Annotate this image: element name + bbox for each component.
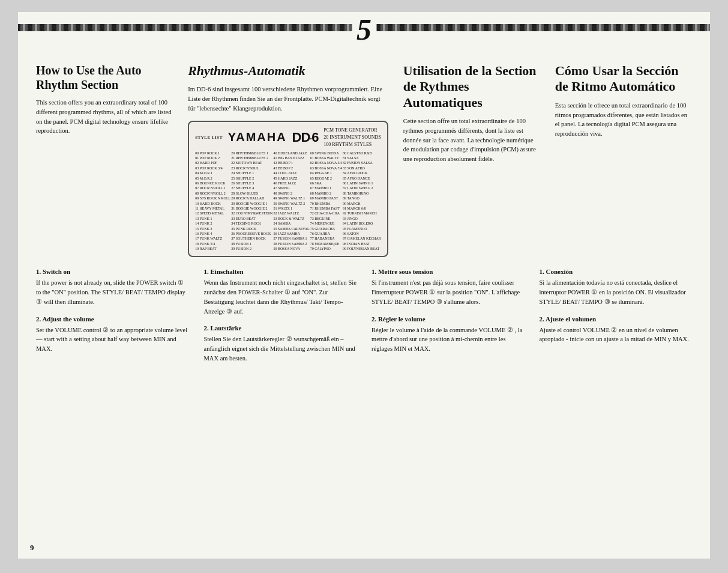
style-item: 81 SALSA <box>343 156 381 160</box>
style-item: 14 FUNK 2 <box>195 221 230 226</box>
step-de-1: 1. Einschalten Wenn das Instrument noch … <box>204 268 357 316</box>
style-item: 90 MARCH <box>343 201 381 206</box>
style-col-2: 20 RHYTHM&BLUES 121 RHYTHM&BLUES 222 MOT… <box>231 151 272 252</box>
yamaha-logo: YAMAHA <box>228 130 287 144</box>
style-item: 78 MOZAMBIQUE <box>310 241 342 246</box>
page-wrapper: 5 How to Use the Auto Rhythm Section Thi… <box>18 12 710 559</box>
header-en: How to Use the Auto Rhythm Section <box>36 63 173 92</box>
style-item: 72 CHA-CHA-CHA <box>310 211 342 216</box>
step-de-2-title: 2. Lautstärke <box>204 324 357 332</box>
style-item: 44 COOL JAZZ <box>273 171 309 175</box>
style-item: 50 SWING WALTZ 2 <box>273 201 309 206</box>
spec-2: 20 INSTRUMENT SOUNDS <box>323 134 381 141</box>
top-decoration: 5 <box>33 24 695 42</box>
step-en-1: 1. Switch on If the power is not already… <box>36 268 189 306</box>
style-item: 36 PROGRESSIVE ROCK <box>231 231 272 236</box>
step-de-1-body: Wenn das Instrument noch nicht eingescha… <box>204 278 357 316</box>
style-item: 12 SPEED METAL <box>195 211 230 216</box>
style-item: 39 FUSION 2 <box>231 246 272 251</box>
style-col-3: 40 DIXIELAND JAZZ41 BIG BAND JAZZ42 BE B… <box>273 151 309 252</box>
style-list-grid: 00 POP ROCK 101 POP ROCK 202 HARD POP03 … <box>195 151 381 252</box>
style-item: 57 FUSION SAMBA 1 <box>273 236 309 241</box>
style-item: 49 SWING WALTZ 1 <box>273 196 309 201</box>
style-item: 58 FUSION SAMBA 2 <box>273 241 309 246</box>
style-item: 64 REGGAE 1 <box>310 171 342 175</box>
style-item: 97 GAMELAN KECHAR <box>343 236 381 241</box>
step-fr-1-title: 1. Mettre sous tension <box>372 268 525 275</box>
step-es-1-body: Si la alimentación todavía no está conec… <box>540 278 693 306</box>
step-de-2: 2. Lautstärke Stellen Sie den Lautstärke… <box>204 324 357 363</box>
style-item: 99 POLYNESIAN BEAT <box>343 246 381 251</box>
style-item: 83 SON AFRO <box>343 166 381 171</box>
intro-fr: Cette section offre un total extraordina… <box>403 117 540 164</box>
col-fr: Utilisation de la Section de Rythmes Aut… <box>400 63 543 257</box>
style-item: 56 JAZZ SAMBA <box>273 231 309 236</box>
page-number: 9 <box>30 543 34 553</box>
style-item: 28 SLOW BLUES <box>231 191 272 196</box>
style-item: 38 FUSION 1 <box>231 241 272 246</box>
style-col-5: 80 CALYPSO R&B81 SALSA82 FUSION SALSA83 … <box>343 151 381 252</box>
style-item: 04 M.O.R.1 <box>195 171 230 175</box>
style-item: 00 POP ROCK 1 <box>195 151 230 156</box>
style-item: 17 FUNK WALTZ <box>195 236 230 241</box>
device-specs: PCM TONE GENERATOR 20 INSTRUMENT SOUNDS … <box>323 127 381 148</box>
style-item: 61 BOSSA WALTZ <box>310 156 342 160</box>
style-col-4: 60 SWING BOSSA61 BOSSA WALTZ62 BOSSA NOV… <box>310 151 342 252</box>
device-header-row: STYLE LIST YAMAHA DD·6 PCM TONE GENERATO… <box>195 127 381 148</box>
style-item: 45 HARD JAZZ <box>273 176 309 181</box>
spec-1: PCM TONE GENERATOR <box>323 127 381 134</box>
style-item: 89 TANGO <box>343 196 381 201</box>
style-item: 63 BOSSA NOVA 7/4 <box>310 166 342 171</box>
style-item: 51 WALTZ 1 <box>273 206 309 211</box>
style-item: 65 REGGAE 2 <box>310 176 342 181</box>
step-es-2: 2. Ajuste el volumen Ajuste el control V… <box>540 315 693 345</box>
style-item: 80 CALYPSO R&B <box>343 151 381 156</box>
style-item: 75 GUARACHA <box>310 226 342 231</box>
style-item: 69 MAMBO FAST <box>310 196 342 201</box>
style-item: 01 POP ROCK 2 <box>195 156 230 160</box>
style-item: 29 ROCK'A BALLAD <box>231 196 272 201</box>
device-panel: STYLE LIST YAMAHA DD·6 PCM TONE GENERATO… <box>188 121 388 258</box>
style-item: 59 BOSSA NOVA <box>273 246 309 251</box>
col-en: How to Use the Auto Rhythm Section This … <box>33 63 176 257</box>
style-item: 02 HARD POP <box>195 160 230 165</box>
style-item: 92 TURKISH MARCH <box>343 211 381 216</box>
style-item: 42 BE BOP 1 <box>273 160 309 165</box>
style-item: 33 EURO BEAT <box>231 216 272 221</box>
style-item: 13 FUNK 1 <box>195 216 230 221</box>
style-item: 73 BEGUINE <box>310 216 342 221</box>
step-en-2: 2. Adjust the volume Set the VOLUME cont… <box>36 315 189 354</box>
style-item: 91 MARCH 6/8 <box>343 206 381 211</box>
style-col-1: 00 POP ROCK 101 POP ROCK 202 HARD POP03 … <box>195 151 230 252</box>
step-en-1-body: If the power is not already on, slide th… <box>36 278 189 306</box>
style-item: 19 RAP BEAT <box>195 246 230 251</box>
step-es-1: 1. Conexión Si la alimentación todavía n… <box>540 268 693 306</box>
dd6-model: DD·6 <box>292 130 319 145</box>
style-item: 47 SWING <box>273 186 309 190</box>
style-item: 10 HARD ROCK <box>195 201 230 206</box>
style-item: 30 BOOGIE WOOGIE 1 <box>231 201 272 206</box>
style-item: 71 RHUMBA FAST <box>310 206 342 211</box>
intro-columns: How to Use the Auto Rhythm Section This … <box>33 45 695 257</box>
style-item: 95 FLAMENCO <box>343 226 381 231</box>
col-es: Cómo Usar la Sección de Ritmo Automático… <box>552 63 695 257</box>
step-fr-2-body: Régler le volume à l'aide de la commande… <box>372 326 525 354</box>
style-item: 22 MOTOWN BEAT <box>231 160 272 165</box>
style-item: 06 BOUNCE ROCK <box>195 181 230 186</box>
style-item: 16 FUNK 4 <box>195 231 230 236</box>
style-item: 25 SHUFFLE 2 <box>231 176 272 181</box>
style-item: 74 MERENGUE <box>310 221 342 226</box>
style-item: 24 SHUFFLE 1 <box>231 171 272 175</box>
style-item: 93 JINGO <box>343 216 381 221</box>
style-item: 32 COUNTRY&WESTERN <box>231 211 272 216</box>
style-item: 03 POP ROCK 3/4 <box>195 166 230 171</box>
style-item: 82 FUSION SALSA <box>343 160 381 165</box>
style-item: 27 SHUFFLE 4 <box>231 186 272 190</box>
intro-en: This section offers you an extraordinary… <box>36 98 173 136</box>
step-en-2-title: 2. Adjust the volume <box>36 315 189 323</box>
style-item: 11 HEAVY METAL <box>195 206 230 211</box>
spec-3: 100 RHYTHM STYLES <box>323 141 381 148</box>
style-item: 77 HABANERA <box>310 236 342 241</box>
step-fr-1-body: Si l'instrument n'est pas déjà sous tens… <box>372 278 525 306</box>
style-item: 79 CALYPSO <box>310 246 342 251</box>
